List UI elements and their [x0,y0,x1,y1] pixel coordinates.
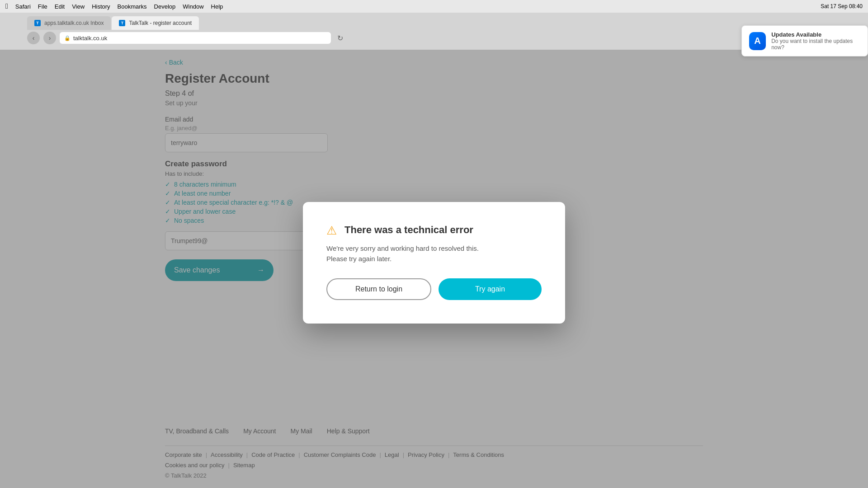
apple-menu[interactable]:  [5,2,8,10]
address-bar-row: ‹ › 🔒 talktalk.co.uk ↻ [0,30,868,46]
tab2-label: TalkTalk - register account [129,20,192,26]
browser-chrome: T apps.talktalk.co.uk Inbox T TalkTalk -… [0,13,868,50]
menubar-right: Sat 17 Sep 08:40 [821,3,863,9]
update-title: Updates Available [771,31,860,38]
update-notification: A Updates Available Do you want to insta… [741,25,868,56]
page-background: ‹ Back Register Account Step 4 of Set up… [0,50,868,488]
menu-window[interactable]: Window [183,3,203,10]
modal-body: We're very sorry and working hard to res… [326,244,542,264]
menu-develop[interactable]: Develop [154,3,176,10]
menu-history[interactable]: History [92,3,110,10]
modal-dialog: ⚠ There was a technical error We're very… [303,202,565,324]
warning-icon: ⚠ [326,224,339,236]
update-subtitle: Do you want to install the updates now? [771,38,860,51]
mac-menubar:  Safari File Edit View History Bookmark… [0,0,868,13]
tab2-favicon: T [119,20,125,26]
tab-1[interactable]: T apps.talktalk.co.uk Inbox [27,16,111,30]
menubar-clock: Sat 17 Sep 08:40 [821,3,863,9]
app-name[interactable]: Safari [15,3,31,10]
tab1-favicon: T [34,20,41,26]
update-app-icon: A [749,32,766,50]
menu-view[interactable]: View [72,3,85,10]
url-text: talktalk.co.uk [73,35,107,42]
tab-bar: T apps.talktalk.co.uk Inbox T TalkTalk -… [0,13,868,30]
modal-title: There was a technical error [344,224,473,236]
menu-bookmarks[interactable]: Bookmarks [118,3,147,10]
menu-edit[interactable]: Edit [55,3,65,10]
forward-button[interactable]: › [43,32,56,44]
menu-help[interactable]: Help [211,3,223,10]
lock-icon: 🔒 [64,35,71,41]
menu-file[interactable]: File [38,3,47,10]
tab-2[interactable]: T TalkTalk - register account [112,16,199,30]
return-to-login-button[interactable]: Return to login [326,278,431,300]
address-bar[interactable]: 🔒 talktalk.co.uk [60,32,331,44]
reload-button[interactable]: ↻ [335,33,345,43]
menu-items: File Edit View History Bookmarks Develop… [38,3,223,10]
back-button[interactable]: ‹ [27,32,40,44]
modal-header: ⚠ There was a technical error [326,224,542,236]
modal-body-line2: Please try again later. [326,254,542,264]
tab1-label: apps.talktalk.co.uk Inbox [44,20,104,26]
try-again-button[interactable]: Try again [439,278,542,300]
modal-buttons: Return to login Try again [326,278,542,300]
modal-body-line1: We're very sorry and working hard to res… [326,244,542,254]
update-text: Updates Available Do you want to install… [771,31,860,51]
